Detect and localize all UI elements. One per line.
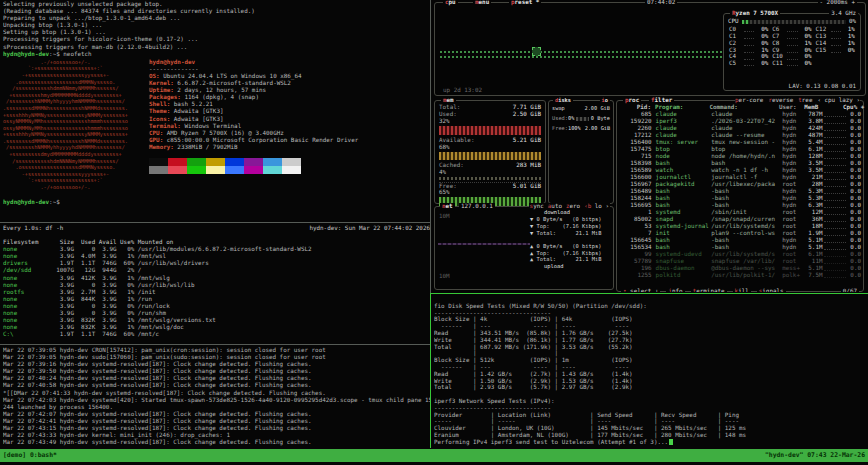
btop-clock: 07:44:02 xyxy=(645,0,677,6)
color-swatch xyxy=(187,166,206,174)
color-swatch xyxy=(282,166,301,174)
core-row: C150% xyxy=(816,47,855,54)
pane-journal[interactable]: Mar 22 07:39:05 hydn-dev CRON[157412]: p… xyxy=(3,347,430,447)
color-swatch xyxy=(168,158,187,166)
btop-tab-proc[interactable]: proc xyxy=(623,97,641,104)
proc-option[interactable]: reverse xyxy=(768,97,793,104)
btop-tab-mem[interactable]: mem xyxy=(441,97,456,104)
pane-border-vertical-bottom[interactable] xyxy=(430,293,431,448)
proc-option[interactable]: per-core xyxy=(735,97,763,104)
btop-disks-box: disks io swap2.00 GiB Used:0%0 Byte Free… xyxy=(548,100,614,204)
color-swatch xyxy=(282,158,301,166)
pane-watch-df[interactable]: Every 1.0s: df -h hydn-dev: Sun Mar 22 0… xyxy=(3,225,430,343)
pane-speedtest[interactable]: fio Disk Speed Tests (Mixed R/W 50/50) (… xyxy=(434,296,868,447)
mem-cached-row: Cached:283 MiB xyxy=(439,162,541,169)
df-row: none 3.9G 832K 3.9G 1% /mnt/wslg/doc xyxy=(3,324,430,331)
shell-prompt-line: hydn@hydn-dev:~$ neofetch xyxy=(3,51,430,58)
neofetch-info-list: OS: Ubuntu 24.04.4 LTS on Windows 10 x86… xyxy=(149,73,358,151)
proc-info-button[interactable]: info xyxy=(666,288,684,292)
btop-menu-button[interactable]: menu xyxy=(473,0,491,6)
net-interface[interactable]: 127.0.0.1 xyxy=(459,203,495,210)
download-label: download xyxy=(530,209,610,216)
cpu-history-graph xyxy=(440,13,723,85)
watch-command: Every 1.0s: df -h xyxy=(3,225,63,232)
cpu-graph-spike xyxy=(532,47,541,56)
proc-select-buttons[interactable]: ↑ select ↓ xyxy=(621,288,660,292)
df-row: drivers 1.9T 1.1T 746G 60% /usr/lib/wsl/… xyxy=(3,260,430,267)
color-swatch xyxy=(244,166,263,174)
mem-used-graph xyxy=(439,126,541,135)
neofetch-output: .-/+oossssoo+/-. `:+ssssssssssssssssss+:… xyxy=(3,59,430,191)
btop-refresh-rate[interactable]: - 2000ms + xyxy=(818,0,857,6)
neofetch-info-line: Kernel: 6.6.87.2-microsoft-standard-WSL2 xyxy=(149,80,358,87)
pane-border-horizontal-2[interactable] xyxy=(0,344,430,345)
color-swatch xyxy=(225,166,244,174)
df-row: none 3.9G 4.0M 3.9G 1% /mnt/wsl xyxy=(3,253,430,260)
proc-kill-button[interactable]: kill xyxy=(733,288,751,292)
load-average: LAV: 0.13 0.08 0.01 xyxy=(789,83,856,90)
btop-tab-net[interactable]: net xyxy=(440,203,455,210)
net-history-graph: 10M 10M xyxy=(438,211,530,286)
process-row[interactable]: 1255 polkitd /usr/lib/polkit-1/ polk+ 7.… xyxy=(619,272,861,279)
df-row: none 3.9G 844K 3.9G 1% /run xyxy=(3,296,430,303)
net-graph-line xyxy=(438,243,530,245)
color-swatch xyxy=(168,166,187,174)
neofetch-info-line: Terminal: Windows Terminal xyxy=(149,123,358,130)
proc-filter-button[interactable]: filter xyxy=(649,97,674,104)
proc-option[interactable]: tree xyxy=(798,97,812,104)
neofetch-info-line: Theme: Adwaita [GTK3] xyxy=(149,108,358,115)
neofetch-info-line: CPU: AMD Ryzen 7 5700X (16) @ 3.400GHz xyxy=(149,130,358,137)
tmux-status-bar: [demo] 0:bash* "hydn-dev" 07:43 22-Mar-2… xyxy=(0,449,868,462)
pane-neofetch[interactable]: Selecting previously unselected package … xyxy=(3,1,430,221)
pane-border-horizontal-1[interactable] xyxy=(0,222,430,223)
btop-proc-box: proc filter per-corereversetree‹ cpu laz… xyxy=(616,100,864,292)
pane-btop[interactable]: cpu menu preset * 07:44:02 - 2000ms + up… xyxy=(432,0,868,292)
btop-tab-cpu[interactable]: cpu xyxy=(443,0,458,6)
shell-prompt-idle: hydn@hydn-dev:~$ xyxy=(3,199,430,206)
terminal-color-palette xyxy=(149,158,358,174)
color-swatch xyxy=(206,158,225,166)
cpu-cores-box: Ryzen 7 5700X 3.4 GHz CPU 0% C00%C10%C20… xyxy=(723,13,861,91)
tmux-session-window[interactable]: [demo] 0:bash* xyxy=(3,449,57,462)
btop-mem-box: mem Total:7.71 GiB Used:2.50 GiB 32% Ava… xyxy=(434,100,546,204)
neofetch-info-line: Uptime: 2 days, 12 hours, 57 mins xyxy=(149,87,358,94)
swap-free-row: Free:100%2.00 GiB xyxy=(552,125,610,132)
core-column-2: C60%C70%C81%C90%C100%C110% xyxy=(770,26,813,67)
df-row: C:\ 1.9T 1.1T 746G 60% /mnt/c xyxy=(3,331,430,338)
speedtest-current-line: Performing IPv4 iperf3 send test to Uzte… xyxy=(434,439,868,446)
df-row: rootfs 3.9G 2.7M 3.9G 1% /init xyxy=(3,289,430,296)
mem-used-pct: 32% xyxy=(439,118,541,125)
palette-row-bright xyxy=(149,166,358,174)
proc-terminate-button[interactable]: terminate xyxy=(691,288,727,292)
core-column-1: C00%C10%C20%C31%C40%C50% xyxy=(727,26,770,67)
color-swatch xyxy=(149,158,168,166)
df-row: none 3.9G 0 3.9G 0% /usr/lib/modules/6.6… xyxy=(3,246,430,253)
cpu-graph-line xyxy=(440,51,723,53)
df-column-header: Filesystem Size Used Avail Use% Mounted … xyxy=(3,239,430,246)
df-row: none 3.9G 832K 3.9G 1% /mnt/wslg/version… xyxy=(3,317,430,324)
pane-border-vertical-top[interactable] xyxy=(430,0,431,293)
cpu-graph-line xyxy=(440,56,723,58)
neofetch-title: hydn@hydn-dev xyxy=(149,59,358,66)
cpu-total-row: CPU 0% xyxy=(728,18,856,25)
df-row: none 3.9G 0 3.9G 0% /run/lock xyxy=(3,303,430,310)
df-row: /dev/sdd 1007G 12G 944G 2% / xyxy=(3,267,430,274)
apt-output: Selecting previously unselected package … xyxy=(3,1,430,51)
neofetch-info-line: Packages: 1164 (dpkg), 4 (snap) xyxy=(149,94,358,101)
proc-options[interactable]: per-corereversetree‹ cpu lazy › xyxy=(735,97,860,104)
download-stats: ▼ 0 Byte/s (0 bitps) ▼ Top: (7.16 Kibps)… xyxy=(530,216,610,237)
net-stats: download ▼ 0 Byte/s (0 bitps) ▼ Top: (7.… xyxy=(530,209,610,270)
watch-header: Every 1.0s: df -h hydn-dev: Sun Mar 22 0… xyxy=(3,225,430,232)
ubuntu-ascii-logo: .-/+oossssoo+/-. `:+ssssssssssssssssss+:… xyxy=(3,59,141,191)
color-swatch xyxy=(244,158,263,166)
btop-preset-button[interactable]: preset * xyxy=(509,0,541,6)
df-row: none 3.9G 412K 3.9G 1% /mnt/wslg xyxy=(3,275,430,282)
btop-tab-disks[interactable]: disks xyxy=(553,97,573,104)
proc-option[interactable]: ‹ cpu lazy › xyxy=(817,97,860,104)
cpu-total-meter xyxy=(742,20,846,24)
btop-io-toggle[interactable]: io xyxy=(600,97,610,104)
pane-border-active[interactable] xyxy=(431,293,868,294)
swap-header: swap2.00 GiB xyxy=(552,105,610,112)
df-row: none 3.9G 0 3.9G 0% /usr/lib/wsl/lib xyxy=(3,282,430,289)
proc-signals-button[interactable]: signals xyxy=(757,288,786,292)
